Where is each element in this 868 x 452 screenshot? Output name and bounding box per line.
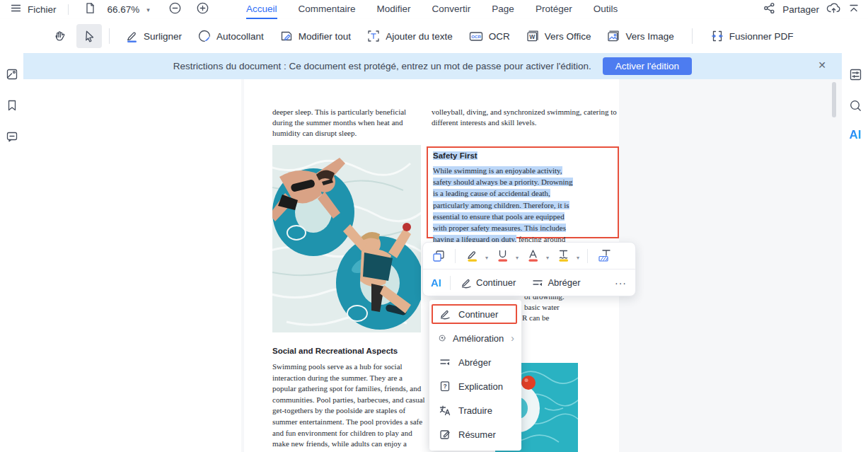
restriction-banner: Restrictions du document : Ce document e… (23, 53, 842, 79)
tab-commentaire[interactable]: Commentaire (299, 0, 356, 19)
zoom-in-button[interactable] (196, 1, 209, 18)
summarize-icon (439, 428, 451, 441)
separator (587, 249, 588, 263)
tab-accueil[interactable]: Accueil (246, 0, 277, 19)
paragraph-sports: volleyball, diving, and synchronized swi… (432, 107, 621, 128)
ocr-label: OCR (489, 31, 510, 42)
magic-wand-icon (439, 332, 446, 344)
menu-item-amelioration[interactable]: Amélioration › (429, 326, 521, 350)
menubar-left: Fichier 66.67% ▾ (0, 1, 209, 18)
selection-heading: Safety First (433, 151, 478, 160)
pen-icon (439, 308, 451, 320)
caret-down-icon[interactable]: ▾ (577, 255, 579, 261)
caret-down-icon[interactable]: ▾ (546, 255, 549, 261)
ribbon-tabs: Accueil Commentaire Modifier Convertir P… (246, 0, 618, 19)
cloud-upload-icon[interactable] (826, 2, 841, 18)
close-banner-icon[interactable]: ✕ (818, 59, 826, 71)
selected-line: essential to ensure that pools are equip… (433, 212, 565, 221)
pool-photo (272, 145, 421, 332)
to-image-label: Vers Image (625, 31, 673, 42)
page-fit-icon[interactable] (84, 2, 96, 17)
menu-item-label: Abréger (458, 357, 491, 368)
zoom-out-button[interactable] (168, 1, 182, 18)
file-menu[interactable]: Fichier (28, 4, 57, 15)
ai-logo[interactable]: AI (429, 277, 444, 289)
edit-all-label: Modifier tout (299, 31, 351, 42)
selected-line: is a leading cause of accidental death, (433, 189, 550, 197)
selected-line: with proper safety measures. This includ… (433, 224, 566, 232)
to-office-button[interactable]: W Vers Office (518, 24, 599, 48)
shorten-label: Abréger (548, 277, 580, 288)
separator (692, 28, 693, 44)
shorten-icon (439, 356, 451, 369)
ai-shorten-button[interactable]: Abréger (528, 277, 583, 289)
tab-convertir[interactable]: Convertir (432, 0, 471, 19)
text-fragment: R can be (522, 313, 549, 322)
highlight-annotation-icon[interactable] (462, 248, 482, 263)
ai-context-menu: Continuer Amélioration › Abréger ? Expli… (429, 300, 521, 451)
menu-item-label: Continuer (458, 309, 498, 320)
translate-icon (439, 404, 451, 417)
ocr-button[interactable]: OCR OCR (461, 24, 518, 48)
collapse-toolbar-icon[interactable] (848, 3, 860, 17)
text-fragment: basic water (524, 303, 560, 311)
chevron-right-icon: › (511, 332, 514, 344)
comments-panel-icon[interactable] (5, 129, 19, 144)
tab-page[interactable]: Page (492, 0, 514, 19)
separator (455, 249, 456, 263)
search-icon[interactable] (848, 98, 862, 112)
menu-item-explication[interactable]: ? Explication (429, 374, 521, 398)
select-tool-button[interactable] (76, 24, 102, 48)
tab-outils[interactable]: Outils (594, 0, 618, 19)
more-options-icon[interactable]: ··· (615, 277, 630, 289)
selected-line: particularly among children. Therefore, … (433, 201, 569, 209)
properties-panel-icon[interactable] (848, 67, 862, 81)
ai-continue-button[interactable]: Continuer (457, 277, 519, 289)
caret-down-icon[interactable]: ▾ (485, 255, 488, 261)
tab-modifier[interactable]: Modifier (377, 0, 411, 19)
menu-item-label: Traduire (458, 405, 492, 416)
zoom-level[interactable]: 66.67% (108, 4, 140, 15)
underline-annotation-icon[interactable] (492, 248, 513, 263)
bookmarks-panel-icon[interactable] (5, 98, 19, 112)
paragraph-social: Swimming pools serve as a hub for social… (272, 361, 427, 452)
vertical-scrollbar[interactable] (832, 82, 836, 117)
highlight-label: Surligner (144, 31, 182, 42)
sticker-button[interactable]: Autocollant (190, 24, 272, 48)
add-text-label: Ajouter du texte (386, 31, 453, 42)
enable-editing-button[interactable]: Activer l'édition (603, 57, 692, 75)
merge-pdf-button[interactable]: Fusionner PDF (702, 24, 802, 48)
selected-text-box[interactable]: Safety First While swimming is an enjoya… (427, 146, 619, 238)
menu-item-traduire[interactable]: Traduire (429, 398, 521, 422)
ai-assistant-icon[interactable]: AI (848, 128, 862, 142)
squiggly-annotation-icon[interactable] (553, 248, 574, 263)
edit-all-button[interactable]: Modifier tout (272, 24, 359, 48)
area-highlight-icon[interactable] (594, 248, 615, 263)
to-image-button[interactable]: Vers Image (598, 24, 681, 48)
svg-text:?: ? (443, 383, 446, 390)
continue-label: Continuer (476, 277, 516, 288)
page-previous (23, 79, 241, 452)
add-text-button[interactable]: Ajouter du texte (359, 24, 461, 48)
highlight-button[interactable]: Surligner (117, 24, 190, 48)
copy-icon[interactable] (429, 249, 449, 263)
menu-item-abreger[interactable]: Abréger (429, 350, 521, 374)
menu-item-label: Résumer (458, 429, 496, 440)
menu-item-resumer[interactable]: Résumer (429, 422, 521, 446)
strikeout-annotation-icon[interactable] (523, 248, 543, 263)
paragraph-sleep: deeper sleep. This is particularly benef… (272, 107, 425, 138)
tab-proteger[interactable]: Protéger (536, 0, 572, 19)
share-icon[interactable] (763, 2, 775, 17)
thumbnails-panel-icon[interactable] (5, 67, 19, 81)
zoom-caret-icon[interactable]: ▾ (146, 6, 150, 13)
caret-down-icon[interactable]: ▾ (516, 255, 519, 261)
hand-tool-button[interactable] (47, 24, 72, 48)
floating-toolbar: ▾ ▾ ▾ ▾ AI Continuer (422, 242, 636, 296)
selected-line: safety should always be a priority. Drow… (433, 178, 573, 186)
share-button[interactable]: Partager (782, 4, 819, 15)
menu-item-continuer[interactable]: Continuer (429, 302, 521, 326)
merge-pdf-label: Fusionner PDF (729, 31, 794, 42)
toolbar: Surligner Autocollant Modifier tout Ajou… (0, 19, 868, 54)
hamburger-menu-icon[interactable] (10, 2, 22, 17)
right-sidebar: AI (842, 53, 868, 452)
